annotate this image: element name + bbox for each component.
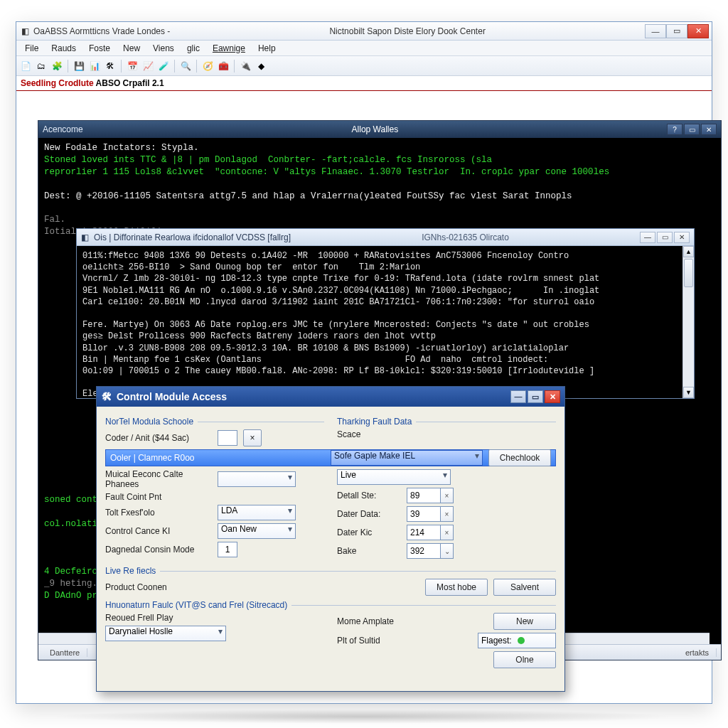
checklock-button[interactable]: Chechlook xyxy=(488,449,551,466)
plt-sultid-label: Plt of Sultid xyxy=(337,636,401,646)
toolbar-icon-1[interactable]: 📄 xyxy=(19,60,32,73)
spin-chevron-icon[interactable]: ⌄ xyxy=(441,543,454,559)
hl-left-label: Ooler | Clamnec R0oo xyxy=(110,453,331,463)
toolbar-icon-7[interactable]: 📅 xyxy=(126,60,139,73)
most-hobe-button[interactable]: Most hobe xyxy=(425,579,488,596)
menu-eawnge[interactable]: Eawnige xyxy=(207,42,251,55)
status-dot-icon xyxy=(518,637,525,644)
scroll-thumb[interactable] xyxy=(684,259,693,287)
control-module-dialog: 🛠 Control Module Access — ▭ ✕ NorTel Mod… xyxy=(96,386,565,692)
phanes-select[interactable] xyxy=(218,471,296,487)
status-red-text: Seedling Crodlute xyxy=(21,78,96,88)
product-coonen-label: Product Coonen xyxy=(105,582,419,592)
dater-data-input[interactable] xyxy=(407,506,441,522)
toolbar-icon-11[interactable]: 🧰 xyxy=(217,60,230,73)
spin-clear-icon[interactable]: × xyxy=(441,525,454,540)
log-v-scrollbar[interactable]: ▲ ▼ xyxy=(682,246,694,398)
highlighted-selection-row[interactable]: Ooler | Clamnec R0oo Sofe Gaple Make IEL… xyxy=(105,449,556,466)
app-icon: ◧ xyxy=(19,26,31,37)
search-icon[interactable]: 🔍 xyxy=(179,60,192,73)
scace-label: Scace xyxy=(337,429,401,439)
spin-clear-icon[interactable]: × xyxy=(441,488,454,503)
menu-glic[interactable]: glic xyxy=(181,42,205,55)
main-close-button[interactable]: ✕ xyxy=(687,24,709,38)
dater-kic-input[interactable] xyxy=(407,525,441,540)
bake-label: Bake xyxy=(337,546,401,556)
status-strip: Seedling Crodlute ABSO Crpafil 2.1 xyxy=(16,76,712,91)
menu-help[interactable]: Help xyxy=(252,42,282,55)
log-maximize-button[interactable]: ▭ xyxy=(657,232,673,243)
sofe-gaple-select[interactable]: Sofe Gaple Make IEL xyxy=(331,450,483,466)
group-fault-stretched: Hnuonaturn Faulc (VIT@S cand Frel (Sitre… xyxy=(105,600,556,610)
menu-file[interactable]: File xyxy=(19,42,44,55)
toolbar-icon-8[interactable]: 📈 xyxy=(141,60,154,73)
coder-label: Coder / Anit ($44 Sac) xyxy=(105,433,212,443)
log-minimize-button[interactable]: — xyxy=(640,232,655,243)
main-menubar: File Rauds Foste New Viens glic Eawnige … xyxy=(16,41,712,56)
dialog-body: NorTel Modula Schoole Coder / Anit ($44 … xyxy=(97,407,564,691)
salvent-button[interactable]: Salvent xyxy=(493,579,556,596)
toolbar-icon-12[interactable]: 🔌 xyxy=(239,60,252,73)
toolbar-icon-10[interactable]: 🧭 xyxy=(201,60,214,73)
toolbar-icon-5[interactable]: 📊 xyxy=(88,60,101,73)
main-maximize-button[interactable]: ▭ xyxy=(666,24,687,38)
dialog-titlebar: 🛠 Control Module Access — ▭ ✕ xyxy=(97,387,564,407)
toolbar-sep-2 xyxy=(121,60,122,73)
live-select[interactable]: Live xyxy=(337,469,451,485)
menu-viens[interactable]: Viens xyxy=(147,42,180,55)
spin-clear-icon[interactable]: × xyxy=(441,506,454,522)
coder-clear-button[interactable]: × xyxy=(243,429,262,446)
group-tharking-fault: Tharking Fault Data xyxy=(337,417,556,427)
bake-input[interactable] xyxy=(407,543,441,559)
log-body[interactable]: 011%:fMetcc 9408 13X6 90 Detests o.1A402… xyxy=(77,246,682,398)
toolbar-icon-2[interactable]: 🗂 xyxy=(35,60,48,73)
log-close-button[interactable]: ✕ xyxy=(674,232,690,243)
phanes-label: Muical Eeconc Calte Phanees xyxy=(105,469,212,489)
toolbar-sep-4 xyxy=(196,60,197,73)
menu-foste[interactable]: Foste xyxy=(83,42,116,55)
status-black-text: ABSO Crpafil 2.1 xyxy=(96,78,164,88)
main-title-left: OaABSS Aormtticns Vrade Londes - xyxy=(33,26,170,36)
terminal-title-left: Acencome xyxy=(43,124,83,134)
toolbar-icon-6[interactable]: 🛠 xyxy=(104,60,117,73)
terminal-min-button[interactable]: ▭ xyxy=(684,124,700,135)
reoued-label: Reoued Frell Play xyxy=(105,613,212,623)
toolbar-sep-5 xyxy=(234,60,235,73)
menu-new[interactable]: New xyxy=(117,42,146,55)
group-live-refields: Live Re fiecls xyxy=(105,566,556,576)
toolbar-icon-13[interactable]: ◆ xyxy=(255,60,267,73)
olne-button[interactable]: Olne xyxy=(493,651,556,668)
toolbar-icon-9[interactable]: 🧪 xyxy=(157,60,170,73)
dialog-minimize-button[interactable]: — xyxy=(510,390,526,403)
main-titlebar: ◧ OaABSS Aormtticns Vrade Londes - Nictn… xyxy=(16,22,712,41)
toolbar-sep xyxy=(68,60,68,73)
main-title-center: Nictnobilt Sapon Diste Elory Dook Center xyxy=(170,26,645,36)
drop-shadow xyxy=(50,710,675,724)
toolbar-sep-3 xyxy=(174,60,175,73)
dialog-maximize-button[interactable]: ▭ xyxy=(528,390,543,403)
dialog-icon: 🛠 xyxy=(101,391,112,402)
scroll-down-icon[interactable]: ▼ xyxy=(683,387,694,398)
statusbar-left: Danttere xyxy=(43,648,87,657)
terminal-title-center: Allop Walles xyxy=(83,124,667,134)
menu-rauds[interactable]: Rauds xyxy=(46,42,82,55)
terminal-close-button[interactable]: ✕ xyxy=(701,124,717,135)
fault-coint-label: Fault Coint Pnt xyxy=(105,492,212,502)
toolbar-icon-4[interactable]: 💾 xyxy=(73,60,85,73)
detail-ste-input[interactable] xyxy=(407,488,441,503)
new-button[interactable]: New xyxy=(493,613,556,630)
darynale-select[interactable]: Darynaliel Hoslle xyxy=(105,626,226,641)
log-app-icon: ◧ xyxy=(81,232,91,242)
main-minimize-button[interactable]: — xyxy=(645,24,666,38)
terminal-help-button[interactable]: ? xyxy=(667,124,682,135)
control-cance-select[interactable]: Oan New xyxy=(218,523,296,539)
scroll-up-icon[interactable]: ▲ xyxy=(683,246,694,257)
log-title-center: IGNhs-021635 Olircato xyxy=(291,232,640,242)
dialog-close-button[interactable]: ✕ xyxy=(545,390,560,403)
coder-input[interactable] xyxy=(218,430,237,446)
dialog-title: Control Module Access xyxy=(117,391,227,402)
flagest-select[interactable]: Flagest: xyxy=(478,633,556,648)
tolt-select[interactable]: LDA xyxy=(218,505,296,520)
toolbar-icon-3[interactable]: 🧩 xyxy=(50,60,63,73)
dagnedal-input[interactable] xyxy=(218,542,237,557)
